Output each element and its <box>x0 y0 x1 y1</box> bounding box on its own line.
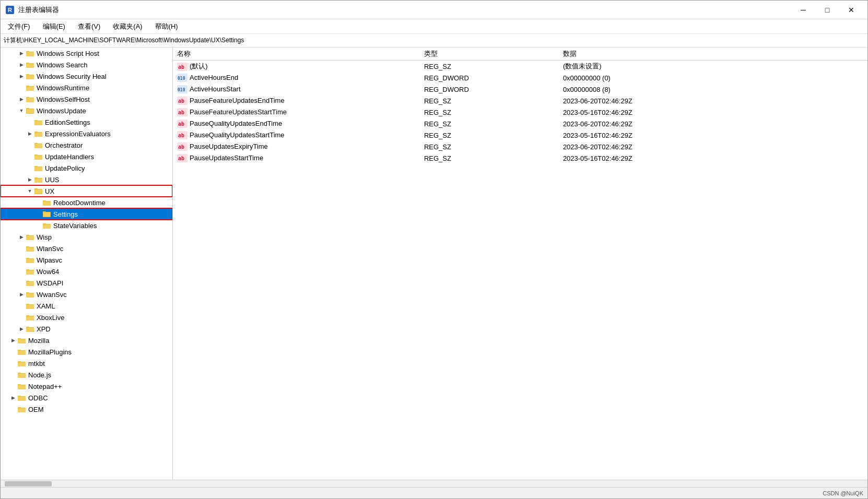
svg-rect-19 <box>27 109 33 113</box>
table-row[interactable]: ab PauseFeatureUpdatesEndTimeREG_SZ2023-… <box>173 95 867 106</box>
table-row[interactable]: ab PauseUpdatesExpiryTimeREG_SZ2023-06-2… <box>173 141 867 152</box>
tree-item-reboot-downtime[interactable]: RebootDowntime <box>1 197 172 208</box>
folder-icon-xpd <box>26 324 35 334</box>
tree-item-wlpasvc[interactable]: Wlpasvc <box>1 254 172 266</box>
tree-item-wsdapi[interactable]: WSDAPI <box>1 277 172 289</box>
reg-type: REG_SZ <box>420 152 559 164</box>
tree-item-xbox-live[interactable]: XboxLive <box>1 312 172 323</box>
tree-item-mozilla[interactable]: Mozilla <box>1 335 172 346</box>
tree-item-windows-update[interactable]: WindowsUpdate <box>1 105 172 116</box>
tree-label-odbc: ODBC <box>28 394 48 402</box>
tree-arrow-expression-evaluators[interactable] <box>26 128 34 139</box>
tree-item-wwan-svc[interactable]: WwanSvc <box>1 289 172 300</box>
reg-type: REG_DWORD <box>420 72 559 84</box>
tree-arrow-windows-script-host[interactable] <box>17 47 26 59</box>
tree-item-edition-settings[interactable]: EditionSettings <box>1 116 172 128</box>
svg-rect-88 <box>18 374 26 378</box>
table-row[interactable]: ab PauseFeatureUpdatesStartTimeREG_SZ202… <box>173 106 867 118</box>
tree-item-mozilla-plugins[interactable]: MozillaPlugins <box>1 346 172 358</box>
tree-item-state-variables[interactable]: StateVariables <box>1 220 172 231</box>
tree-arrow-windows-search[interactable] <box>17 59 26 70</box>
tree-item-notepad-plus-plus[interactable]: Notepad++ <box>1 381 172 392</box>
tree-item-windows-security-heal[interactable]: Windows Security Heal <box>1 70 172 82</box>
svg-text:010: 010 <box>178 76 185 81</box>
folder-icon-wlan-svc <box>26 244 35 253</box>
scrollbar-thumb[interactable] <box>5 481 52 486</box>
tree-panel[interactable]: Windows Script Host Windows Search Windo… <box>1 47 173 480</box>
tree-arrow-ux[interactable] <box>26 185 34 197</box>
table-row[interactable]: ab (默认)REG_SZ(数值未设置) <box>173 61 867 73</box>
tree-label-edition-settings: EditionSettings <box>45 118 90 126</box>
folder-icon-windows-script-host <box>26 49 35 58</box>
svg-rect-82 <box>18 351 26 355</box>
reg-name: ab PauseFeatureUpdatesStartTime <box>173 106 420 118</box>
tree-item-xpd[interactable]: XPD <box>1 323 172 335</box>
reg-name: ab PauseFeatureUpdatesEndTime <box>173 95 420 106</box>
tree-arrow-mozilla[interactable] <box>9 335 17 346</box>
tree-arrow-uus[interactable] <box>26 174 34 185</box>
table-row[interactable]: 010 ActiveHoursEndREG_DWORD0x00000000 (0… <box>173 72 867 84</box>
folder-icon-uus <box>34 175 43 184</box>
svg-text:ab: ab <box>178 144 184 150</box>
tree-label-nodejs: Node.js <box>28 371 51 379</box>
maximize-button[interactable]: □ <box>815 1 839 19</box>
tree-arrow-windows-self-host[interactable] <box>17 93 26 105</box>
reg-name: ab PauseUpdatesStartTime <box>173 152 420 164</box>
svg-text:ab: ab <box>178 64 184 70</box>
tree-arrow-odbc[interactable] <box>9 392 17 403</box>
tree-item-ux[interactable]: UX <box>1 185 172 197</box>
tree-item-expression-evaluators[interactable]: ExpressionEvaluators <box>1 128 172 139</box>
svg-rect-22 <box>34 121 42 125</box>
col-type: 类型 <box>420 47 559 61</box>
tree-item-windows-self-host[interactable]: WindowsSelfHost <box>1 93 172 105</box>
menu-item-f[interactable]: 文件(F) <box>3 21 36 32</box>
menu-item-a[interactable]: 收藏夹(A) <box>108 21 147 32</box>
tree-item-wow64[interactable]: Wow64 <box>1 266 172 277</box>
tree-item-windows-search[interactable]: Windows Search <box>1 59 172 70</box>
tree-arrow-wisp[interactable] <box>17 231 26 243</box>
close-button[interactable]: ✕ <box>839 1 863 19</box>
tree-item-settings[interactable]: Settings <box>1 208 172 220</box>
status-text: CSDN @NuiQK <box>823 490 863 496</box>
tree-item-oem[interactable]: OEM <box>1 403 172 415</box>
svg-rect-40 <box>35 189 42 194</box>
menu-item-h[interactable]: 帮助(H) <box>150 21 183 32</box>
address-text: 计算机\HKEY_LOCAL_MACHINE\SOFTWARE\Microsof… <box>4 36 244 45</box>
tree-item-update-policy[interactable]: UpdatePolicy <box>1 162 172 174</box>
tree-item-wisp[interactable]: Wisp <box>1 231 172 243</box>
window-title: 注册表编辑器 <box>18 5 791 15</box>
folder-icon-notepad-plus-plus <box>17 382 27 391</box>
svg-rect-73 <box>26 316 34 320</box>
tree-item-orchestrator[interactable]: Orchestrator <box>1 139 172 151</box>
tree-item-uus[interactable]: UUS <box>1 174 172 185</box>
tree-arrow-windows-update[interactable] <box>17 105 26 116</box>
status-bar: CSDN @NuiQK <box>1 487 867 498</box>
svg-text:010: 010 <box>178 88 185 92</box>
reg-type: REG_SZ <box>420 118 559 129</box>
table-row[interactable]: ab PauseQualityUpdatesEndTimeREG_SZ2023-… <box>173 118 867 129</box>
table-row[interactable]: 010 ActiveHoursStartREG_DWORD0x00000008 … <box>173 84 867 95</box>
reg-sz-icon: ab <box>177 63 187 71</box>
tree-item-xaml[interactable]: XAML <box>1 300 172 312</box>
menu-item-e[interactable]: 编辑(E) <box>38 21 71 32</box>
tree-item-wlan-svc[interactable]: WlanSvc <box>1 243 172 254</box>
table-row[interactable]: ab PauseQualityUpdatesStartTimeREG_SZ202… <box>173 129 867 141</box>
tree-arrow-windows-security-heal[interactable] <box>17 70 26 82</box>
minimize-button[interactable]: ─ <box>791 1 815 19</box>
reg-type: REG_SZ <box>420 95 559 106</box>
tree-label-wlpasvc: Wlpasvc <box>37 256 62 264</box>
tree-item-nodejs[interactable]: Node.js <box>1 369 172 381</box>
menu-item-v[interactable]: 查看(V) <box>73 21 105 32</box>
tree-item-update-handlers[interactable]: UpdateHandlers <box>1 151 172 162</box>
tree-arrow-xpd[interactable] <box>17 323 26 335</box>
tree-arrow-wwan-svc[interactable] <box>17 289 26 300</box>
tree-label-windows-update: WindowsUpdate <box>37 107 86 115</box>
table-row[interactable]: ab PauseUpdatesStartTimeREG_SZ2023-05-16… <box>173 152 867 164</box>
horizontal-scrollbar[interactable] <box>1 480 867 487</box>
tree-label-wwan-svc: WwanSvc <box>37 291 67 299</box>
title-bar: R 注册表编辑器 ─ □ ✕ <box>1 1 867 19</box>
tree-item-odbc[interactable]: ODBC <box>1 392 172 403</box>
tree-item-windows-script-host[interactable]: Windows Script Host <box>1 47 172 59</box>
tree-item-mtkbt[interactable]: mtkbt <box>1 358 172 369</box>
tree-item-windows-runtime[interactable]: WindowsRuntime <box>1 82 172 93</box>
